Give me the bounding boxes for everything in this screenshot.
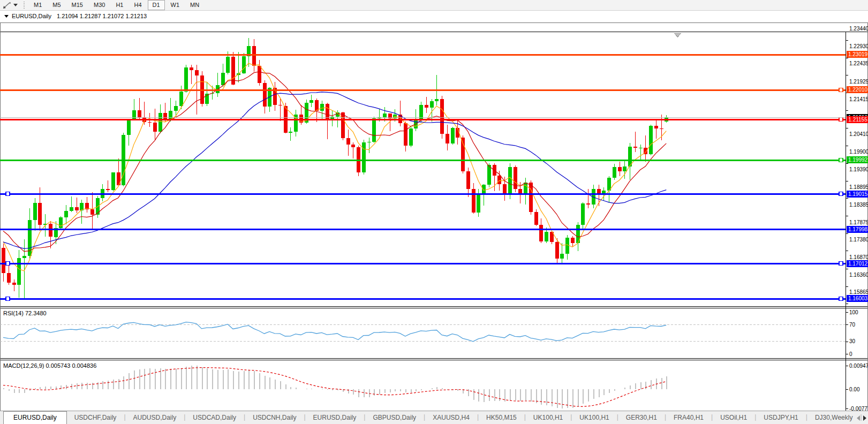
price-axis-tick[interactable]: 1.18895 bbox=[849, 184, 868, 190]
timeframe-button-m5[interactable]: M5 bbox=[48, 0, 65, 10]
hline-price-label[interactable]: 1.17998 bbox=[847, 226, 868, 233]
chart-tabs: EURUSD,DailyUSDCHF,Daily|AUDUSD,Daily|US… bbox=[0, 411, 868, 424]
timeframe-button-m15[interactable]: M15 bbox=[67, 0, 88, 10]
macd-indicator-label: MACD(12,26,9) 0.005743 0.004836 bbox=[3, 362, 96, 369]
timeframe-button-h1[interactable]: H1 bbox=[111, 0, 128, 10]
price-axis-tick[interactable]: 1.16360 bbox=[849, 272, 868, 278]
price-axis-tick[interactable]: 1.19390 bbox=[849, 166, 868, 172]
price-axis-tick[interactable]: 1.17875 bbox=[849, 219, 868, 225]
chart-tab-uk100-h1[interactable]: UK100,H1 bbox=[526, 411, 570, 424]
rsi-axis-tick[interactable]: 30 bbox=[849, 338, 855, 344]
chart-tab-bar: EURUSD,DailyUSDCHF,Daily|AUDUSD,Daily|US… bbox=[0, 411, 868, 424]
rsi-axis-tick[interactable]: 70 bbox=[849, 322, 855, 328]
chart-tab-eurusd-daily[interactable]: EURUSD,Daily bbox=[306, 411, 364, 424]
price-axis-tick[interactable]: 1.22930 bbox=[849, 43, 868, 49]
price-axis-tick[interactable]: 1.16870 bbox=[849, 254, 868, 260]
hline-price-label[interactable]: 1.16003 bbox=[847, 295, 868, 302]
chart-tab-fra40-h1[interactable]: FRA40,H1 bbox=[666, 411, 711, 424]
timeframe-button-m1[interactable]: M1 bbox=[29, 0, 47, 10]
line-studies-dropdown-icon[interactable] bbox=[13, 4, 18, 6]
chart-tab-usdchf-daily[interactable]: USDCHF,Daily bbox=[67, 411, 124, 424]
timeframe-buttons: M1M5M15M30H1H4D1W1MN bbox=[28, 0, 205, 10]
timeframe-button-d1[interactable]: D1 bbox=[148, 0, 165, 10]
chart-tab-hk50-m15[interactable]: HK50,M15 bbox=[479, 411, 524, 424]
price-axis-tick[interactable]: 1.17380 bbox=[849, 237, 868, 243]
chart-tab-eurusd-daily[interactable]: EURUSD,Daily bbox=[3, 411, 67, 424]
price-axis-tick[interactable]: 1.19900 bbox=[849, 149, 868, 155]
chart-tab-ger30-h1[interactable]: GER30,H1 bbox=[618, 411, 665, 424]
mt4-terminal: M1M5M15M30H1H4D1W1MN EURUSD,Daily 1.2109… bbox=[0, 0, 868, 424]
chart-title-bar[interactable]: EURUSD,Daily 1.21094 1.21287 1.21072 1.2… bbox=[1, 12, 867, 20]
hline-price-label[interactable]: 1.19015 bbox=[847, 191, 868, 198]
hline-price-label[interactable]: 1.19992 bbox=[847, 156, 868, 163]
chart-canvas[interactable] bbox=[0, 11, 868, 424]
rsi-axis-tick[interactable]: 100 bbox=[849, 309, 858, 315]
timeframe-toolbar: M1M5M15M30H1H4D1W1MN bbox=[0, 0, 868, 11]
chart-tab-usdcad-daily[interactable]: USDCAD,Daily bbox=[185, 411, 244, 424]
chart-tab-usoil-h1[interactable]: USOil,H1 bbox=[713, 411, 754, 424]
chart-symbol-title: EURUSD,Daily bbox=[12, 13, 51, 19]
chart-tab-dj30-weekly[interactable]: DJ30,Weekly bbox=[807, 411, 860, 424]
chart-tab-uk100-h1[interactable]: UK100,H1 bbox=[572, 411, 616, 424]
hline-price-label[interactable]: 1.23019 bbox=[847, 51, 868, 58]
price-axis-tick[interactable]: 1.21925 bbox=[849, 79, 868, 85]
hline-price-label[interactable]: 1.21155 bbox=[847, 116, 868, 123]
tab-scroll-right-icon[interactable] bbox=[863, 415, 866, 421]
chart-tab-gbpusd-daily[interactable]: GBPUSD,Daily bbox=[365, 411, 424, 424]
chart-tab-xauusd-h4[interactable]: XAUUSD,H4 bbox=[425, 411, 477, 424]
chart-ohlc-values: 1.21094 1.21287 1.21072 1.21213 bbox=[57, 13, 147, 19]
chart-tab-usdjpy-h1[interactable]: USDJPY,H1 bbox=[756, 411, 805, 424]
macd-axis-tick[interactable]: 0.009478 bbox=[849, 363, 868, 369]
timeframe-button-m30[interactable]: M30 bbox=[89, 0, 110, 10]
toolbar-drag-handle bbox=[23, 2, 25, 9]
timeframe-button-h4[interactable]: H4 bbox=[129, 0, 146, 10]
price-axis-tick[interactable]: 1.20410 bbox=[849, 131, 868, 137]
timeframe-button-mn[interactable]: MN bbox=[185, 0, 204, 10]
tab-scroll-left-icon[interactable] bbox=[857, 415, 860, 421]
price-axis-tick[interactable]: 1.18385 bbox=[849, 202, 868, 208]
window-menu-icon[interactable] bbox=[4, 15, 9, 18]
chart-tab-audusd-daily[interactable]: AUDUSD,Daily bbox=[126, 411, 184, 424]
price-axis-tick[interactable]: 1.22435 bbox=[849, 60, 868, 66]
price-axis-tick[interactable]: 1.15865 bbox=[849, 289, 868, 295]
line-studies-icon[interactable] bbox=[2, 1, 12, 10]
price-axis-tick[interactable]: 1.21415 bbox=[849, 96, 868, 102]
timeframe-button-w1[interactable]: W1 bbox=[166, 0, 185, 10]
rsi-indicator-label: RSI(14) 72.3480 bbox=[3, 310, 47, 316]
hline-price-label[interactable]: 1.17012 bbox=[847, 260, 868, 267]
price-axis-tick[interactable]: 1.23440 bbox=[849, 26, 868, 32]
macd-axis-tick[interactable]: 0.00 bbox=[849, 387, 859, 392]
chart-tab-usdcnh-daily[interactable]: USDCNH,Daily bbox=[245, 411, 304, 424]
chart-window: EURUSD,Daily 1.21094 1.21287 1.21072 1.2… bbox=[0, 11, 868, 410]
hline-price-label[interactable]: 1.22010 bbox=[847, 86, 868, 93]
tab-scroll-arrows bbox=[857, 415, 866, 421]
rsi-axis-tick[interactable]: 0 bbox=[849, 351, 852, 357]
